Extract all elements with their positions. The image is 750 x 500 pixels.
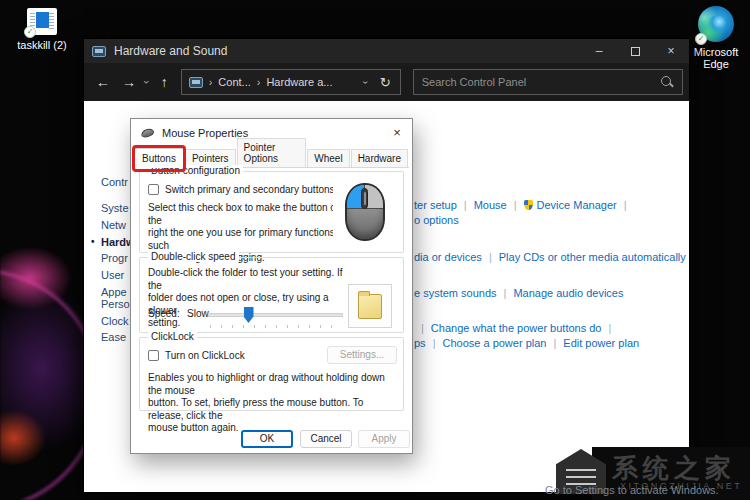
checkbox-label: Switch primary and secondary buttons bbox=[165, 184, 335, 195]
clicklock-checkbox-row[interactable]: Turn on ClickLock bbox=[148, 350, 245, 361]
checkbox-icon[interactable] bbox=[148, 184, 159, 195]
minimize-button[interactable]: – bbox=[581, 39, 617, 63]
sidebar-item[interactable]: Progr bbox=[101, 252, 128, 264]
sidebar-item-label: User bbox=[101, 269, 124, 281]
sidebar-item[interactable]: Contr bbox=[101, 176, 128, 188]
desktop-icon-taskkill[interactable]: ✓ taskkill (2) bbox=[8, 8, 76, 51]
desktop-icon-microsoft-edge[interactable]: ✓ Microsoft Edge bbox=[686, 6, 746, 70]
navigation-bar: ← → › ↑ › Cont... › Hardware a... › ↻ bbox=[84, 63, 689, 101]
link-separator: | bbox=[457, 199, 474, 211]
slider-track[interactable] bbox=[208, 313, 343, 317]
control-panel-icon bbox=[189, 77, 203, 88]
switch-buttons-checkbox-row[interactable]: Switch primary and secondary buttons bbox=[148, 184, 335, 195]
up-icon[interactable]: ↑ bbox=[161, 74, 168, 90]
link-separator: | bbox=[497, 287, 514, 299]
sidebar-item[interactable]: Syste bbox=[101, 202, 129, 214]
dialog-title: Mouse Properties bbox=[162, 127, 248, 139]
forward-icon[interactable]: → bbox=[122, 74, 136, 90]
window-titlebar[interactable]: Hardware and Sound – × bbox=[84, 39, 689, 63]
tab-pointer-options[interactable]: Pointer Options bbox=[237, 138, 307, 167]
back-icon[interactable]: ← bbox=[96, 74, 110, 90]
tab-hardware[interactable]: Hardware bbox=[351, 149, 408, 167]
folder-icon[interactable] bbox=[358, 294, 382, 319]
link-separator: | bbox=[546, 337, 563, 349]
doc-lines bbox=[49, 13, 54, 30]
content-link-row: e system sounds|Manage audio devices bbox=[414, 287, 623, 299]
green-check-badge-icon: ✓ bbox=[695, 33, 707, 45]
tab-wheel[interactable]: Wheel bbox=[307, 149, 349, 167]
sidebar-item-label: Clock bbox=[101, 315, 129, 327]
window-controls: – × bbox=[581, 39, 689, 63]
sidebar-item-label: Contr bbox=[101, 176, 128, 188]
search-box[interactable] bbox=[413, 69, 683, 95]
content-link[interactable]: Choose a power plan bbox=[442, 337, 546, 349]
sidebar-item[interactable]: Perso bbox=[101, 298, 130, 310]
content-link[interactable]: Play CDs or other media automatically bbox=[499, 251, 686, 263]
content-link[interactable]: Mouse bbox=[474, 199, 507, 211]
sidebar-item-label: Perso bbox=[101, 298, 130, 310]
mouse-properties-dialog: Mouse Properties × ButtonsPointersPointe… bbox=[130, 118, 413, 454]
address-dropdown-chevron-icon[interactable]: › bbox=[361, 80, 372, 83]
green-check-badge-icon: ✓ bbox=[24, 26, 36, 38]
maximize-button[interactable] bbox=[617, 39, 653, 63]
sidebar-item-label: Ease bbox=[101, 331, 126, 343]
clicklock-settings-button[interactable]: Settings... bbox=[327, 346, 397, 364]
sidebar-item-label: Appe bbox=[101, 286, 127, 298]
clicklock-group: ClickLock Turn on ClickLock Settings... … bbox=[139, 337, 404, 411]
refresh-icon[interactable]: ↻ bbox=[380, 75, 391, 90]
double-click-speed-slider[interactable] bbox=[208, 306, 343, 324]
test-folder-box[interactable] bbox=[348, 284, 392, 328]
breadcrumb-item-control-panel[interactable]: Cont... bbox=[218, 76, 250, 88]
link-separator: | bbox=[482, 251, 499, 263]
content-link-row: |Change what the power buttons do| bbox=[414, 322, 618, 334]
checkbox-icon[interactable] bbox=[148, 350, 159, 361]
sidebar-item[interactable]: User bbox=[101, 269, 124, 281]
button-configuration-group: Button configuration Switch primary and … bbox=[139, 171, 404, 253]
speed-label: Speed: bbox=[148, 308, 180, 319]
content-link[interactable]: ter setup bbox=[414, 199, 457, 211]
double-click-speed-group: Double-click speed Double-click the fold… bbox=[139, 257, 404, 333]
edge-icon: ✓ bbox=[698, 6, 734, 42]
sidebar-item-label: Netw bbox=[101, 219, 126, 231]
tab-buttons[interactable]: Buttons bbox=[134, 148, 184, 168]
content-link[interactable]: Change what the power buttons do bbox=[431, 322, 602, 334]
sidebar-item[interactable]: Appe bbox=[101, 286, 127, 298]
recent-pages-chevron-icon[interactable]: › bbox=[141, 80, 153, 84]
dialog-close-button[interactable]: × bbox=[382, 122, 412, 144]
content-link[interactable]: ps bbox=[414, 337, 426, 349]
clicklock-description: Enables you to highlight or drag without… bbox=[148, 372, 398, 435]
link-separator: | bbox=[507, 199, 524, 211]
search-icon[interactable] bbox=[660, 75, 674, 89]
sidebar-item[interactable]: Clock bbox=[101, 315, 129, 327]
search-input[interactable] bbox=[414, 76, 660, 88]
desktop-icon-label: Microsoft Edge bbox=[686, 46, 746, 70]
active-bullet-icon: • bbox=[91, 236, 95, 247]
content-link[interactable]: e system sounds bbox=[414, 287, 497, 299]
group-legend: ClickLock bbox=[148, 331, 197, 342]
sidebar-item-label: Progr bbox=[101, 252, 128, 264]
link-separator: | bbox=[617, 199, 634, 211]
sidebar-item[interactable]: Ease bbox=[101, 331, 126, 343]
link-separator: | bbox=[426, 337, 443, 349]
content-link-row: dia or devices|Play CDs or other media a… bbox=[414, 251, 686, 263]
group-legend: Double-click speed bbox=[148, 251, 239, 262]
slider-handle[interactable] bbox=[244, 307, 254, 323]
breadcrumb-item-hardware-and-sound[interactable]: Hardware a... bbox=[266, 76, 332, 88]
content-link[interactable]: Manage audio devices bbox=[513, 287, 623, 299]
ok-button[interactable]: OK bbox=[241, 430, 293, 448]
content-link[interactable]: Edit power plan bbox=[563, 337, 639, 349]
doc-blue-block bbox=[36, 12, 49, 28]
sidebar-item-label: Syste bbox=[101, 202, 129, 214]
sidebar-item[interactable]: Netw bbox=[101, 219, 126, 231]
cancel-button[interactable]: Cancel bbox=[300, 430, 352, 448]
content-link[interactable]: dia or devices bbox=[414, 251, 482, 263]
control-panel-icon bbox=[92, 46, 106, 57]
content-link[interactable]: Device Manager bbox=[537, 199, 617, 211]
slider-ticks bbox=[210, 325, 342, 328]
close-button[interactable]: × bbox=[653, 39, 689, 63]
breadcrumb[interactable]: › Cont... › Hardware a... › ↻ bbox=[181, 69, 401, 95]
desktop-icon-label: taskkill (2) bbox=[8, 39, 76, 51]
content-link[interactable]: o options bbox=[414, 214, 459, 226]
apply-button[interactable]: Apply bbox=[358, 430, 410, 448]
checkbox-label: Turn on ClickLock bbox=[165, 350, 245, 361]
